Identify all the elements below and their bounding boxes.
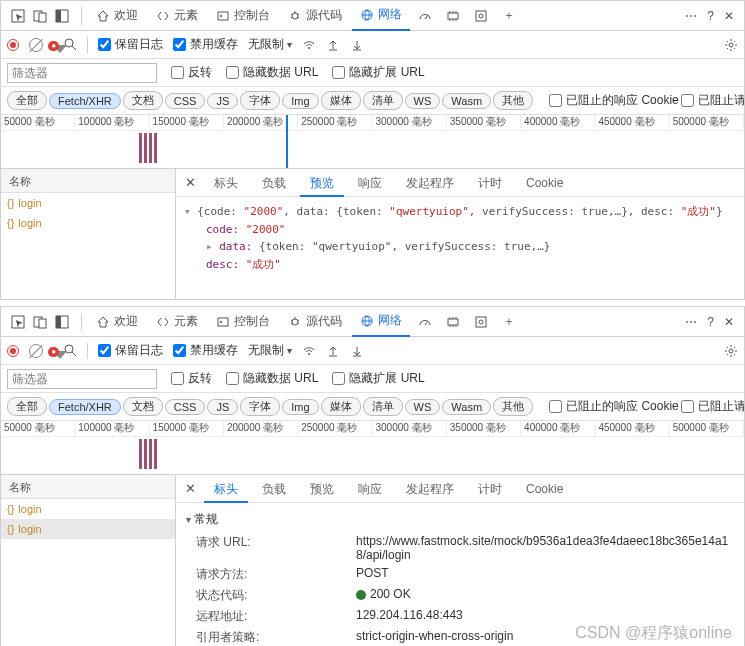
type-manifest[interactable]: 清单	[363, 91, 403, 110]
type-manifest[interactable]: 清单	[363, 397, 403, 416]
memory-icon[interactable]	[446, 315, 460, 329]
type-all[interactable]: 全部	[7, 397, 47, 416]
tab-cookies[interactable]: Cookie	[516, 475, 573, 503]
type-ws[interactable]: WS	[405, 399, 441, 415]
performance-icon[interactable]	[418, 9, 432, 23]
clear-icon[interactable]	[29, 38, 43, 52]
type-all[interactable]: 全部	[7, 91, 47, 110]
hide-data-url-checkbox[interactable]: 隐藏数据 URL	[226, 370, 318, 387]
throttling-select[interactable]: 无限制	[248, 342, 292, 359]
preserve-log-checkbox[interactable]: 保留日志	[98, 36, 163, 53]
type-other[interactable]: 其他	[493, 91, 533, 110]
type-doc[interactable]: 文档	[123, 397, 163, 416]
settings-icon[interactable]	[724, 344, 738, 358]
plus-icon[interactable]: ＋	[502, 315, 516, 329]
type-js[interactable]: JS	[207, 93, 238, 109]
type-doc[interactable]: 文档	[123, 91, 163, 110]
tab-console[interactable]: 控制台	[208, 1, 278, 31]
close-details-icon[interactable]: ✕	[180, 481, 200, 496]
download-icon[interactable]	[350, 344, 364, 358]
tab-sources[interactable]: 源代码	[280, 307, 350, 337]
type-font[interactable]: 字体	[240, 397, 280, 416]
tab-response[interactable]: 响应	[348, 475, 392, 503]
hide-ext-url-checkbox[interactable]: 隐藏扩展 URL	[332, 64, 424, 81]
close-details-icon[interactable]: ✕	[180, 175, 200, 190]
blocked-req-checkbox[interactable]: 已阻止请求	[681, 92, 744, 109]
dock-icon[interactable]	[55, 315, 69, 329]
blocked-cookies-checkbox[interactable]: 已阻止的响应 Cookie	[549, 92, 679, 109]
preserve-log-checkbox[interactable]: 保留日志	[98, 342, 163, 359]
type-media[interactable]: 媒体	[321, 397, 361, 416]
record-icon[interactable]	[7, 39, 19, 51]
type-css[interactable]: CSS	[165, 93, 206, 109]
upload-icon[interactable]	[326, 38, 340, 52]
hide-data-url-checkbox[interactable]: 隐藏数据 URL	[226, 64, 318, 81]
tab-console[interactable]: 控制台	[208, 307, 278, 337]
type-js[interactable]: JS	[207, 399, 238, 415]
timeline-overview[interactable]: 50000 毫秒 100000 毫秒 150000 毫秒 200000 毫秒 2…	[1, 115, 744, 169]
tab-headers[interactable]: 标头	[204, 169, 248, 197]
throttling-select[interactable]: 无限制	[248, 36, 292, 53]
type-img[interactable]: Img	[282, 399, 318, 415]
close-icon[interactable]: ✕	[724, 315, 734, 329]
type-font[interactable]: 字体	[240, 91, 280, 110]
tab-sources[interactable]: 源代码	[280, 1, 350, 31]
type-media[interactable]: 媒体	[321, 91, 361, 110]
disable-cache-checkbox[interactable]: 禁用缓存	[173, 36, 238, 53]
type-wasm[interactable]: Wasm	[442, 93, 491, 109]
tab-cookies[interactable]: Cookie	[516, 169, 573, 197]
type-ws[interactable]: WS	[405, 93, 441, 109]
tab-timing[interactable]: 计时	[468, 169, 512, 197]
tab-welcome[interactable]: 欢迎	[88, 1, 146, 31]
name-column-header[interactable]: 名称	[1, 169, 175, 193]
type-img[interactable]: Img	[282, 93, 318, 109]
device-icon[interactable]	[33, 9, 47, 23]
tab-elements[interactable]: 元素	[148, 307, 206, 337]
inspect-icon[interactable]	[11, 9, 25, 23]
type-fetch[interactable]: Fetch/XHR	[49, 399, 121, 415]
type-other[interactable]: 其他	[493, 397, 533, 416]
request-item[interactable]: {}login	[1, 499, 175, 519]
upload-icon[interactable]	[326, 344, 340, 358]
invert-checkbox[interactable]: 反转	[171, 64, 212, 81]
tab-response[interactable]: 响应	[348, 169, 392, 197]
more-icon[interactable]: ⋯	[685, 9, 697, 23]
tab-elements[interactable]: 元素	[148, 1, 206, 31]
more-icon[interactable]: ⋯	[685, 315, 697, 329]
wifi-icon[interactable]	[302, 344, 316, 358]
tab-preview[interactable]: 预览	[300, 169, 344, 197]
tab-initiator[interactable]: 发起程序	[396, 475, 464, 503]
tab-payload[interactable]: 负载	[252, 475, 296, 503]
help-icon[interactable]: ?	[707, 315, 714, 329]
tab-welcome[interactable]: 欢迎	[88, 307, 146, 337]
help-icon[interactable]: ?	[707, 9, 714, 23]
blocked-cookies-checkbox[interactable]: 已阻止的响应 Cookie	[549, 398, 679, 415]
clear-icon[interactable]	[29, 344, 43, 358]
timeline-overview[interactable]: 50000 毫秒 100000 毫秒 150000 毫秒 200000 毫秒 2…	[1, 421, 744, 475]
general-section[interactable]: 常规	[176, 507, 744, 532]
tab-headers[interactable]: 标头	[204, 475, 248, 503]
invert-checkbox[interactable]: 反转	[171, 370, 212, 387]
device-icon[interactable]	[33, 315, 47, 329]
tab-network[interactable]: 网络	[352, 1, 410, 31]
request-item[interactable]: {}login	[1, 519, 175, 539]
request-item[interactable]: {}login	[1, 193, 175, 213]
type-fetch[interactable]: Fetch/XHR	[49, 93, 121, 109]
name-column-header[interactable]: 名称	[1, 475, 175, 499]
plus-icon[interactable]: ＋	[502, 9, 516, 23]
tab-timing[interactable]: 计时	[468, 475, 512, 503]
app-icon[interactable]	[474, 315, 488, 329]
dock-icon[interactable]	[55, 9, 69, 23]
performance-icon[interactable]	[418, 315, 432, 329]
inspect-icon[interactable]	[11, 315, 25, 329]
tab-network[interactable]: 网络	[352, 307, 410, 337]
type-wasm[interactable]: Wasm	[442, 399, 491, 415]
blocked-req-checkbox[interactable]: 已阻止请求	[681, 398, 744, 415]
memory-icon[interactable]	[446, 9, 460, 23]
filter-input[interactable]	[7, 369, 157, 389]
tab-initiator[interactable]: 发起程序	[396, 169, 464, 197]
disable-cache-checkbox[interactable]: 禁用缓存	[173, 342, 238, 359]
download-icon[interactable]	[350, 38, 364, 52]
request-item[interactable]: {}login	[1, 213, 175, 233]
tab-payload[interactable]: 负载	[252, 169, 296, 197]
